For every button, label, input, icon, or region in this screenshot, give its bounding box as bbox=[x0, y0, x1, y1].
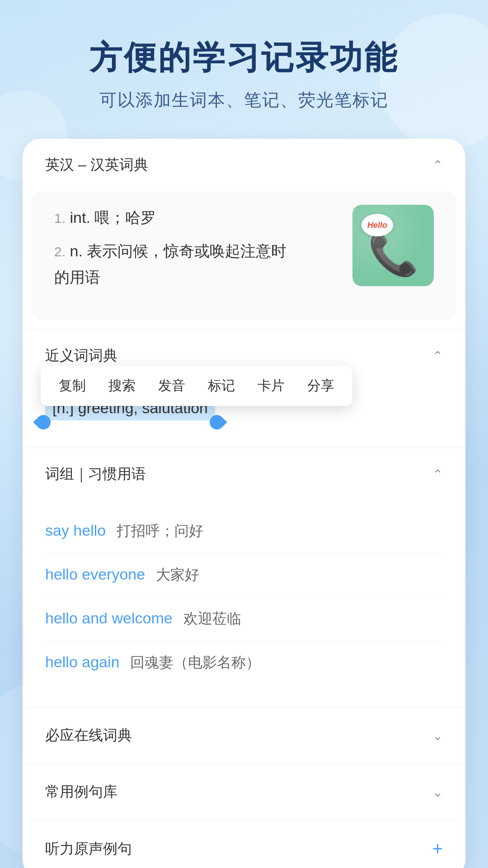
biyao-dict-chevron-down-icon: ⌄ bbox=[432, 728, 443, 743]
phrase-row-1[interactable]: say hello 打招呼；问好 bbox=[45, 509, 443, 553]
menu-item-search[interactable]: 搜索 bbox=[108, 377, 136, 395]
menu-item-share[interactable]: 分享 bbox=[307, 377, 334, 395]
phrase-row-2[interactable]: hello everyone 大家好 bbox=[45, 553, 443, 597]
phone-illustration: Hello 📞 bbox=[352, 205, 434, 286]
phrases-section: 词组｜习惯用语 ⌃ say hello 打招呼；问好 hello everyon… bbox=[23, 448, 465, 708]
main-title: 方便的学习记录功能 bbox=[23, 36, 465, 80]
definition-area: 1. int. 喂；哈罗 2. n. 表示问候，惊奇或唤起注意时的用语 Hell… bbox=[32, 191, 456, 320]
phrase-english-4: hello again bbox=[45, 653, 119, 671]
header-section: 方便的学习记录功能 可以添加生词本、笔记、荧光笔标记 bbox=[23, 36, 465, 112]
example-sentences-header[interactable]: 常用例句库 ⌄ bbox=[23, 764, 465, 820]
example-sentences-section: 常用例句库 ⌄ bbox=[23, 764, 465, 821]
dict-section-title: 英汉 – 汉英词典 bbox=[45, 155, 148, 175]
def-number-2: 2. bbox=[54, 244, 66, 259]
phrases-section-title: 词组｜习惯用语 bbox=[45, 464, 146, 484]
dict-section-header[interactable]: 英汉 – 汉英词典 ⌃ bbox=[23, 139, 465, 191]
dict-chevron-up-icon: ⌃ bbox=[432, 158, 443, 173]
example-sentences-chevron-down-icon: ⌄ bbox=[432, 785, 443, 800]
hello-image: Hello 📞 bbox=[352, 205, 434, 286]
main-card: 英汉 – 汉英词典 ⌃ 1. int. 喂；哈罗 2. n. 表示问候，惊奇或唤… bbox=[23, 139, 465, 868]
english-chinese-dict-section: 英汉 – 汉英词典 ⌃ 1. int. 喂；哈罗 2. n. 表示问候，惊奇或唤… bbox=[23, 139, 465, 330]
phrase-english-3: hello and welcome bbox=[45, 609, 173, 627]
phrase-chinese-3: 欢迎莅临 bbox=[183, 609, 241, 629]
phrase-row-4[interactable]: hello again 回魂妻（电影名称） bbox=[45, 641, 443, 684]
phrase-english-1: say hello bbox=[45, 522, 106, 539]
speech-bubble: Hello bbox=[361, 214, 393, 236]
sub-title: 可以添加生词本、笔记、荧光笔标记 bbox=[23, 89, 465, 112]
def-type-1: int. 喂；哈罗 bbox=[70, 209, 156, 226]
phrase-chinese-1: 打招呼；问好 bbox=[117, 521, 203, 541]
phrases-section-header[interactable]: 词组｜习惯用语 ⌃ bbox=[23, 448, 465, 500]
listening-header[interactable]: 听力原声例句 + bbox=[23, 821, 465, 868]
biyao-dict-header[interactable]: 必应在线词典 ⌄ bbox=[23, 708, 465, 764]
menu-item-mark[interactable]: 标记 bbox=[208, 377, 235, 395]
menu-item-card[interactable]: 卡片 bbox=[258, 377, 285, 395]
phrase-row-3[interactable]: hello and welcome 欢迎莅临 bbox=[45, 597, 443, 641]
biyao-dict-title: 必应在线词典 bbox=[45, 726, 132, 745]
biyao-dict-section: 必应在线词典 ⌄ bbox=[23, 708, 465, 764]
phrase-chinese-2: 大家好 bbox=[156, 565, 199, 585]
definition-text: 1. int. 喂；哈罗 2. n. 表示问候，惊奇或唤起注意时的用语 bbox=[54, 205, 339, 297]
menu-item-pronunciation[interactable]: 发音 bbox=[158, 377, 185, 395]
phrases-chevron-up-icon: ⌃ bbox=[432, 467, 443, 482]
phrase-english-2: hello everyone bbox=[45, 566, 145, 583]
synonym-section: 近义词词典 ⌃ 复制 搜索 发音 标记 卡片 分享 [n.] greeting,… bbox=[23, 330, 465, 448]
menu-item-copy[interactable]: 复制 bbox=[59, 377, 86, 395]
context-menu: 复制 搜索 发音 标记 卡片 分享 bbox=[41, 366, 352, 406]
definition-line-1: 1. int. 喂；哈罗 bbox=[54, 205, 339, 231]
def-number-1: 1. bbox=[54, 211, 66, 226]
definition-line-2: 2. n. 表示问候，惊奇或唤起注意时的用语 bbox=[54, 238, 339, 291]
listening-plus-icon[interactable]: + bbox=[432, 839, 443, 859]
synonym-chevron-up-icon: ⌃ bbox=[432, 349, 443, 363]
phrases-content: say hello 打招呼；问好 hello everyone 大家好 hell… bbox=[23, 500, 465, 707]
def-type-2: n. 表示问候，惊奇或唤起注意时的用语 bbox=[54, 242, 286, 286]
synonym-section-title: 近义词词典 bbox=[45, 346, 117, 366]
listening-title: 听力原声例句 bbox=[45, 839, 132, 859]
listening-section: 听力原声例句 + bbox=[23, 821, 465, 868]
phrase-chinese-4: 回魂妻（电影名称） bbox=[130, 653, 260, 673]
example-sentences-title: 常用例句库 bbox=[45, 782, 117, 802]
